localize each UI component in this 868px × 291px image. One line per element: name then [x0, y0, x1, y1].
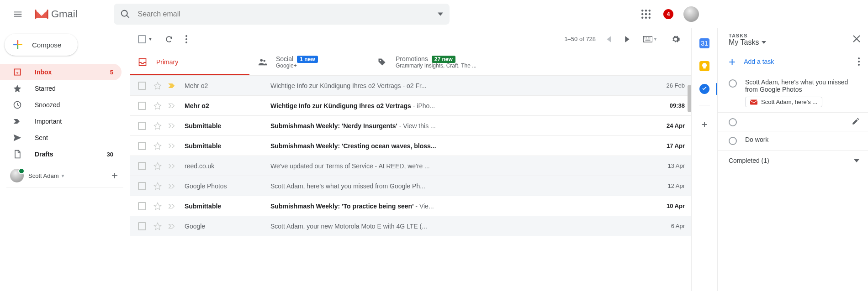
- importance-icon[interactable]: [168, 143, 176, 149]
- task-text: Do work: [745, 136, 768, 145]
- task-item[interactable]: Do work: [718, 131, 868, 150]
- thread-date: 13 Apr: [667, 162, 685, 169]
- svg-rect-20: [646, 39, 651, 40]
- brand-label: Gmail: [51, 8, 77, 20]
- search-options-icon[interactable]: [438, 11, 443, 17]
- thread-subject: Wichtige Info zur Kündigung Ihres o2 Ver…: [270, 82, 660, 89]
- tab-primary[interactable]: Primary: [130, 50, 249, 75]
- thread-row[interactable]: Google Scott Adam, your new Motorola Mot…: [130, 216, 691, 236]
- thread-row[interactable]: reed.co.uk We've updated our Terms of Se…: [130, 156, 691, 176]
- refresh-icon[interactable]: [164, 35, 174, 44]
- chevron-down-icon: [762, 41, 766, 44]
- google-apps-icon[interactable]: [638, 6, 654, 22]
- active-indicator: [716, 83, 717, 95]
- thread-row[interactable]: Submittable Submishmash Weekly: 'Nerdy I…: [130, 116, 691, 136]
- row-checkbox[interactable]: [138, 122, 146, 130]
- input-tools-icon[interactable]: ▼: [640, 33, 660, 45]
- sidebar-item-important[interactable]: Important: [0, 113, 122, 130]
- add-task-button[interactable]: +: [729, 56, 736, 68]
- row-checkbox[interactable]: [138, 142, 146, 150]
- importance-icon[interactable]: [168, 203, 176, 209]
- chevron-down-icon[interactable]: ▼: [60, 173, 65, 178]
- task-item[interactable]: Scott Adam, here's what you missed from …: [718, 74, 868, 112]
- tasks-list-selector[interactable]: My Tasks: [729, 38, 852, 47]
- row-checkbox[interactable]: [138, 102, 146, 110]
- row-checkbox[interactable]: [138, 222, 146, 230]
- hangouts-avatar[interactable]: [10, 169, 24, 182]
- importance-icon[interactable]: [168, 123, 176, 129]
- tasks-menu-icon[interactable]: [858, 57, 860, 66]
- get-addons-icon[interactable]: +: [701, 118, 708, 131]
- task-email-chip[interactable]: Scott Adam, here's ...: [745, 97, 822, 107]
- edit-icon[interactable]: [852, 117, 860, 126]
- tab-badge: 1 new: [297, 56, 318, 63]
- task-complete-toggle[interactable]: [729, 79, 737, 88]
- menu-icon[interactable]: [9, 5, 26, 23]
- thread-row[interactable]: Mehr o2 Wichtige Info zur Kündigung Ihre…: [130, 76, 691, 96]
- star-icon[interactable]: [153, 102, 162, 110]
- app-header: Gmail 4: [0, 0, 868, 28]
- importance-icon[interactable]: [168, 103, 176, 109]
- search-bar[interactable]: [114, 4, 450, 25]
- star-icon[interactable]: [153, 82, 162, 90]
- task-complete-toggle[interactable]: [729, 118, 737, 126]
- sidebar-item-sent[interactable]: Sent: [0, 130, 122, 146]
- thread-row[interactable]: Mehr o2 Wichtige Info zur Kündigung Ihre…: [130, 96, 691, 116]
- people-icon: [258, 57, 268, 67]
- scrollbar-thumb[interactable]: [688, 85, 691, 112]
- row-checkbox[interactable]: [138, 82, 146, 90]
- search-input[interactable]: [138, 10, 438, 18]
- calendar-icon[interactable]: 31: [699, 38, 709, 48]
- importance-icon[interactable]: [168, 183, 176, 189]
- notifications-badge[interactable]: 4: [663, 9, 673, 19]
- gmail-logo[interactable]: Gmail: [35, 8, 77, 20]
- tasks-icon[interactable]: [699, 84, 709, 94]
- close-icon[interactable]: [852, 35, 861, 43]
- star-icon[interactable]: [153, 122, 162, 130]
- row-checkbox[interactable]: [138, 202, 146, 210]
- row-checkbox[interactable]: [138, 162, 146, 170]
- thread-sender: Google Photos: [185, 182, 270, 190]
- task-complete-toggle[interactable]: [729, 137, 737, 145]
- next-page-icon[interactable]: [622, 33, 632, 45]
- add-task-label[interactable]: Add a task: [744, 58, 774, 65]
- star-icon[interactable]: [153, 202, 162, 210]
- account-avatar[interactable]: [683, 6, 699, 22]
- sidebar-item-starred[interactable]: Starred: [0, 80, 122, 97]
- star-icon[interactable]: [153, 182, 162, 190]
- divider: [6, 187, 123, 187]
- tab-subtext: Google+: [276, 62, 318, 69]
- compose-button[interactable]: Compose: [5, 34, 78, 56]
- row-checkbox[interactable]: [138, 182, 146, 190]
- prev-page-icon[interactable]: [604, 33, 614, 45]
- search-icon[interactable]: [120, 9, 130, 19]
- new-chat-icon[interactable]: +: [111, 170, 118, 181]
- task-item[interactable]: [718, 112, 868, 131]
- importance-icon[interactable]: [168, 83, 176, 89]
- tab-promotions[interactable]: Promotions27 new Grammarly Insights, Cra…: [369, 50, 489, 75]
- thread-row[interactable]: Google Photos Scott Adam, here's what yo…: [130, 176, 691, 196]
- hangouts-username[interactable]: Scott Adam: [28, 172, 58, 179]
- page-count[interactable]: 1–50 of 728: [564, 36, 596, 42]
- thread-list: Mehr o2 Wichtige Info zur Kündigung Ihre…: [130, 76, 691, 236]
- tab-label: Social: [276, 55, 293, 62]
- settings-icon[interactable]: [668, 32, 683, 47]
- drafts-icon: [13, 150, 24, 159]
- thread-row[interactable]: Submittable Submishmash Weekly: 'To prac…: [130, 196, 691, 216]
- keep-icon[interactable]: [699, 61, 709, 71]
- sidebar-item-inbox[interactable]: Inbox 5: [0, 64, 122, 80]
- sidebar-item-snoozed[interactable]: Snoozed: [0, 97, 122, 113]
- star-icon[interactable]: [153, 142, 162, 150]
- more-icon[interactable]: [185, 35, 187, 43]
- tab-social[interactable]: Social1 new Google+: [249, 50, 369, 75]
- star-icon: [13, 84, 24, 93]
- importance-icon[interactable]: [168, 223, 176, 229]
- star-icon[interactable]: [153, 222, 162, 230]
- sidebar-item-drafts[interactable]: Drafts 30: [0, 146, 122, 162]
- clock-icon: [13, 100, 24, 109]
- completed-section[interactable]: Completed (1): [718, 150, 868, 171]
- thread-row[interactable]: Submittable Submishmash Weekly: 'Crestin…: [130, 136, 691, 156]
- select-all-checkbox[interactable]: ▼: [138, 35, 153, 43]
- star-icon[interactable]: [153, 162, 162, 170]
- importance-icon[interactable]: [168, 163, 176, 169]
